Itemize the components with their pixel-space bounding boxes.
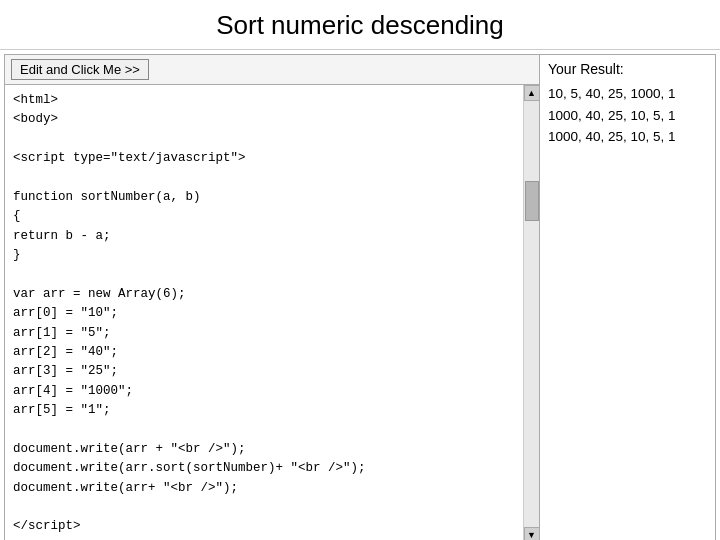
result-content: 10, 5, 40, 25, 1000, 11000, 40, 25, 10, … [548,83,707,148]
scroll-up-arrow[interactable]: ▲ [524,85,540,101]
scroll-thumb[interactable] [525,181,539,221]
scrollbar: ▲ ▼ [523,85,539,540]
editor-panel: Edit and Click Me >> ▲ ▼ [5,55,540,540]
result-label: Your Result: [548,61,707,77]
result-panel: Your Result: 10, 5, 40, 25, 1000, 11000,… [540,55,715,540]
run-button[interactable]: Edit and Click Me >> [11,59,149,80]
code-textarea[interactable] [5,85,523,540]
page-title: Sort numeric descending [0,0,720,50]
result-line: 1000, 40, 25, 10, 5, 1 [548,105,707,127]
result-line: 10, 5, 40, 25, 1000, 1 [548,83,707,105]
editor-toolbar: Edit and Click Me >> [5,55,539,85]
scroll-track [524,101,539,527]
result-line: 1000, 40, 25, 10, 5, 1 [548,126,707,148]
code-area-wrapper: ▲ ▼ [5,85,539,540]
scroll-down-arrow[interactable]: ▼ [524,527,540,540]
main-area: Edit and Click Me >> ▲ ▼ Your Result: 10… [4,54,716,540]
